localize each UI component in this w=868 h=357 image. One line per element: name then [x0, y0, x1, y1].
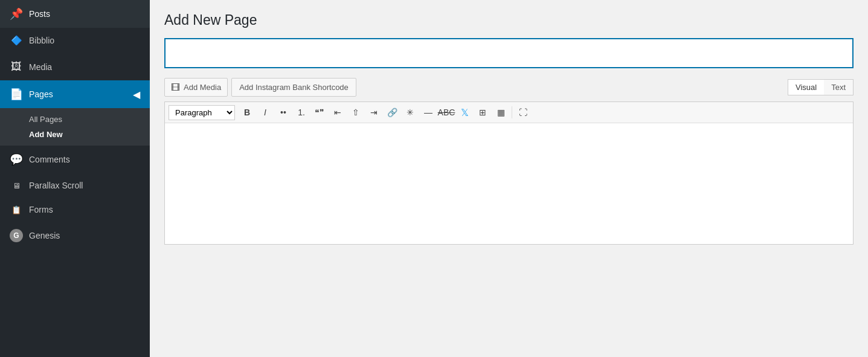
sidebar-item-pages[interactable]: 📄 Pages ◀ [0, 80, 150, 108]
sidebar-item-comments[interactable]: 💬 Comments [0, 146, 150, 173]
media-icon: 🖼 [10, 60, 23, 73]
visual-text-tabs: Visual Text [788, 79, 854, 95]
unordered-list-button[interactable]: •• [275, 105, 292, 120]
sidebar-item-bibblio-label: Bibblio [29, 36, 54, 45]
pages-submenu: All Pages Add New [0, 108, 150, 146]
toolbar-separator [512, 106, 512, 118]
column-button[interactable]: ▦ [492, 105, 509, 120]
abc-strikethrough-button[interactable]: ABC [438, 105, 455, 120]
editor-format-bar: Paragraph Heading 1 Heading 2 Heading 3 … [165, 102, 853, 123]
bibblio-icon: 🔷 [10, 35, 23, 46]
pages-arrow-icon: ◀ [133, 89, 140, 100]
add-instagram-label: Add Instagram Bank Shortcode [239, 83, 349, 92]
sidebar-item-forms-label: Forms [29, 205, 53, 214]
editor-top-left: 🎞 Add Media Add Instagram Bank Shortcode [164, 78, 356, 97]
add-media-icon: 🎞 [171, 82, 180, 92]
sidebar-item-pages-label: Pages [29, 89, 53, 99]
align-left-button[interactable]: ⇤ [329, 105, 346, 120]
align-center-button[interactable]: ⇧ [347, 105, 364, 120]
twitter-button[interactable]: 𝕏 [456, 105, 473, 120]
link-button[interactable]: 🔗 [384, 105, 400, 120]
add-media-button[interactable]: 🎞 Add Media [164, 78, 228, 97]
sidebar-item-media-label: Media [29, 62, 52, 72]
page-title: Add New Page [164, 12, 854, 28]
sidebar-item-forms[interactable]: 📋 Forms [0, 198, 150, 222]
add-instagram-button[interactable]: Add Instagram Bank Shortcode [231, 78, 356, 97]
sidebar-item-media[interactable]: 🖼 Media [0, 53, 150, 80]
forms-icon: 📋 [10, 205, 23, 214]
sidebar-item-parallax-label: Parallax Scroll [29, 181, 83, 190]
editor-toolbar-top: 🎞 Add Media Add Instagram Bank Shortcode… [164, 78, 854, 97]
fullscreen-button[interactable]: ⛶ [515, 105, 532, 120]
sidebar-sub-add-new[interactable]: Add New [29, 127, 150, 142]
sidebar-item-posts-label: Posts [29, 9, 50, 19]
sidebar: 📌 Posts 🔷 Bibblio 🖼 Media 📄 Pages ◀ All … [0, 0, 150, 357]
sidebar-item-parallax-scroll[interactable]: 🖥 Parallax Scroll [0, 173, 150, 198]
sidebar-item-bibblio[interactable]: 🔷 Bibblio [0, 28, 150, 53]
posts-icon: 📌 [10, 7, 23, 21]
tab-visual[interactable]: Visual [788, 80, 824, 95]
align-right-button[interactable]: ⇥ [365, 105, 382, 120]
ordered-list-button[interactable]: 1. [293, 105, 310, 120]
comments-icon: 💬 [10, 153, 23, 166]
editor-wrap: 🎞 Add Media Add Instagram Bank Shortcode… [164, 78, 854, 245]
more-button[interactable]: ✳ [402, 105, 419, 120]
table-button[interactable]: ⊞ [474, 105, 491, 120]
italic-button[interactable]: I [257, 105, 274, 120]
main-content: Add New Page 🎞 Add Media Add Instagram B… [150, 0, 868, 357]
sidebar-item-genesis-label: Genesis [29, 231, 60, 240]
format-select[interactable]: Paragraph Heading 1 Heading 2 Heading 3 … [169, 105, 235, 120]
sidebar-item-posts[interactable]: 📌 Posts [0, 0, 150, 28]
pages-icon: 📄 [10, 88, 23, 101]
page-title-input[interactable] [164, 38, 854, 68]
editor-box: Paragraph Heading 1 Heading 2 Heading 3 … [164, 101, 854, 245]
sidebar-item-comments-label: Comments [29, 155, 70, 164]
add-media-label: Add Media [184, 83, 221, 92]
editor-content[interactable] [165, 123, 853, 244]
sidebar-item-genesis[interactable]: G Genesis [0, 222, 150, 249]
bold-button[interactable]: B [239, 105, 256, 120]
sidebar-sub-all-pages[interactable]: All Pages [29, 112, 150, 127]
horizontal-rule-button[interactable]: — [420, 105, 437, 120]
tab-text[interactable]: Text [824, 80, 853, 95]
blockquote-button[interactable]: ❝❞ [311, 105, 328, 120]
genesis-icon: G [10, 229, 23, 242]
parallax-icon: 🖥 [10, 181, 23, 190]
